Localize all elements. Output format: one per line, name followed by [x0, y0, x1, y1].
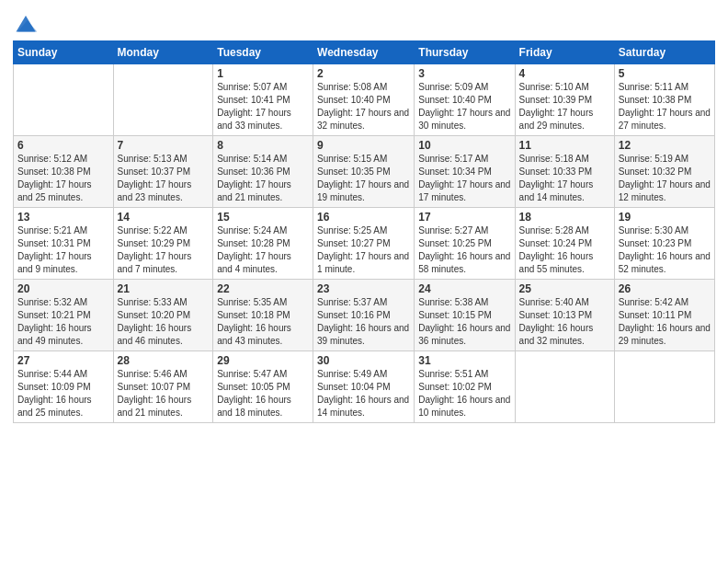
day-number: 13: [17, 211, 109, 224]
day-info: Sunrise: 5:22 AMSunset: 10:29 PMDaylight…: [118, 224, 210, 276]
calendar-cell: 3Sunrise: 5:09 AMSunset: 10:40 PMDayligh…: [415, 64, 515, 136]
calendar-cell: 2Sunrise: 5:08 AMSunset: 10:40 PMDayligh…: [313, 64, 415, 136]
day-info: Sunrise: 5:49 AMSunset: 10:04 PMDaylight…: [317, 368, 410, 419]
calendar-cell: 26Sunrise: 5:42 AMSunset: 10:11 PMDaylig…: [614, 280, 714, 351]
calendar-cell: [113, 64, 213, 136]
logo-icon: [13, 9, 39, 35]
calendar-cell: 30Sunrise: 5:49 AMSunset: 10:04 PMDaylig…: [313, 351, 415, 423]
day-info: Sunrise: 5:44 AMSunset: 10:09 PMDaylight…: [17, 368, 109, 419]
day-info: Sunrise: 5:12 AMSunset: 10:38 PMDaylight…: [17, 153, 109, 204]
day-number: 12: [619, 139, 711, 152]
calendar-cell: 16Sunrise: 5:25 AMSunset: 10:27 PMDaylig…: [313, 208, 415, 280]
day-number: 18: [519, 211, 610, 224]
calendar-cell: [14, 64, 114, 136]
weekday-header-wednesday: Wednesday: [313, 41, 415, 64]
day-info: Sunrise: 5:25 AMSunset: 10:27 PMDaylight…: [317, 224, 410, 276]
day-number: 28: [118, 354, 210, 367]
calendar-cell: 29Sunrise: 5:47 AMSunset: 10:05 PMDaylig…: [213, 351, 313, 423]
day-number: 25: [519, 282, 610, 295]
day-info: Sunrise: 5:21 AMSunset: 10:31 PMDaylight…: [17, 224, 109, 276]
day-number: 20: [17, 282, 109, 295]
calendar-cell: 17Sunrise: 5:27 AMSunset: 10:25 PMDaylig…: [415, 208, 515, 280]
calendar-cell: 20Sunrise: 5:32 AMSunset: 10:21 PMDaylig…: [14, 280, 114, 351]
calendar-cell: 7Sunrise: 5:13 AMSunset: 10:37 PMDayligh…: [113, 136, 213, 208]
day-number: 17: [418, 211, 510, 224]
calendar-cell: 25Sunrise: 5:40 AMSunset: 10:13 PMDaylig…: [515, 280, 614, 351]
day-number: 4: [519, 67, 610, 80]
calendar-cell: 31Sunrise: 5:51 AMSunset: 10:02 PMDaylig…: [415, 351, 515, 423]
day-info: Sunrise: 5:28 AMSunset: 10:24 PMDaylight…: [519, 224, 610, 276]
calendar-week-row: 13Sunrise: 5:21 AMSunset: 10:31 PMDaylig…: [14, 208, 715, 280]
day-info: Sunrise: 5:24 AMSunset: 10:28 PMDaylight…: [217, 224, 309, 276]
calendar-week-row: 20Sunrise: 5:32 AMSunset: 10:21 PMDaylig…: [14, 280, 715, 351]
calendar-cell: 1Sunrise: 5:07 AMSunset: 10:41 PMDayligh…: [213, 64, 313, 136]
calendar-cell: 13Sunrise: 5:21 AMSunset: 10:31 PMDaylig…: [14, 208, 114, 280]
day-info: Sunrise: 5:08 AMSunset: 10:40 PMDaylight…: [317, 81, 410, 132]
day-info: Sunrise: 5:33 AMSunset: 10:20 PMDaylight…: [118, 296, 210, 348]
weekday-header-sunday: Sunday: [14, 41, 114, 64]
calendar-cell: 10Sunrise: 5:17 AMSunset: 10:34 PMDaylig…: [415, 136, 515, 208]
weekday-header-friday: Friday: [515, 41, 614, 64]
day-number: 3: [418, 67, 510, 80]
page-header: [13, 9, 715, 35]
day-info: Sunrise: 5:30 AMSunset: 10:23 PMDaylight…: [619, 224, 711, 276]
day-info: Sunrise: 5:09 AMSunset: 10:40 PMDaylight…: [418, 81, 510, 132]
calendar-cell: 14Sunrise: 5:22 AMSunset: 10:29 PMDaylig…: [113, 208, 213, 280]
day-number: 27: [17, 354, 109, 367]
day-number: 21: [118, 282, 210, 295]
day-number: 31: [418, 354, 510, 367]
calendar-cell: 9Sunrise: 5:15 AMSunset: 10:35 PMDayligh…: [313, 136, 415, 208]
calendar-header-row: SundayMondayTuesdayWednesdayThursdayFrid…: [14, 41, 715, 64]
day-number: 19: [619, 211, 711, 224]
calendar-cell: 22Sunrise: 5:35 AMSunset: 10:18 PMDaylig…: [213, 280, 313, 351]
calendar-week-row: 1Sunrise: 5:07 AMSunset: 10:41 PMDayligh…: [14, 64, 715, 136]
day-number: 7: [118, 139, 210, 152]
calendar-cell: 12Sunrise: 5:19 AMSunset: 10:32 PMDaylig…: [614, 136, 714, 208]
day-number: 1: [217, 67, 309, 80]
day-number: 2: [317, 67, 410, 80]
calendar-week-row: 6Sunrise: 5:12 AMSunset: 10:38 PMDayligh…: [14, 136, 715, 208]
day-info: Sunrise: 5:10 AMSunset: 10:39 PMDaylight…: [519, 81, 610, 132]
day-number: 30: [317, 354, 410, 367]
day-info: Sunrise: 5:32 AMSunset: 10:21 PMDaylight…: [17, 296, 109, 348]
day-info: Sunrise: 5:19 AMSunset: 10:32 PMDaylight…: [619, 153, 711, 204]
calendar-cell: 4Sunrise: 5:10 AMSunset: 10:39 PMDayligh…: [515, 64, 614, 136]
day-info: Sunrise: 5:35 AMSunset: 10:18 PMDaylight…: [217, 296, 309, 348]
calendar-cell: 24Sunrise: 5:38 AMSunset: 10:15 PMDaylig…: [415, 280, 515, 351]
calendar-cell: 28Sunrise: 5:46 AMSunset: 10:07 PMDaylig…: [113, 351, 213, 423]
weekday-header-monday: Monday: [113, 41, 213, 64]
day-info: Sunrise: 5:18 AMSunset: 10:33 PMDaylight…: [519, 153, 610, 204]
day-number: 10: [418, 139, 510, 152]
calendar-cell: 18Sunrise: 5:28 AMSunset: 10:24 PMDaylig…: [515, 208, 614, 280]
day-info: Sunrise: 5:07 AMSunset: 10:41 PMDaylight…: [217, 81, 309, 132]
calendar-cell: 8Sunrise: 5:14 AMSunset: 10:36 PMDayligh…: [213, 136, 313, 208]
calendar-cell: 5Sunrise: 5:11 AMSunset: 10:38 PMDayligh…: [614, 64, 714, 136]
day-info: Sunrise: 5:15 AMSunset: 10:35 PMDaylight…: [317, 153, 410, 204]
calendar-week-row: 27Sunrise: 5:44 AMSunset: 10:09 PMDaylig…: [14, 351, 715, 423]
day-number: 6: [17, 139, 109, 152]
weekday-header-saturday: Saturday: [614, 41, 714, 64]
day-number: 11: [519, 139, 610, 152]
day-number: 15: [217, 211, 309, 224]
day-number: 29: [217, 354, 309, 367]
day-info: Sunrise: 5:51 AMSunset: 10:02 PMDaylight…: [418, 368, 510, 419]
day-info: Sunrise: 5:37 AMSunset: 10:16 PMDaylight…: [317, 296, 410, 348]
day-number: 16: [317, 211, 410, 224]
logo: [13, 9, 42, 35]
calendar-cell: [614, 351, 714, 423]
calendar-cell: [515, 351, 614, 423]
day-number: 22: [217, 282, 309, 295]
calendar-cell: 6Sunrise: 5:12 AMSunset: 10:38 PMDayligh…: [14, 136, 114, 208]
calendar-cell: 21Sunrise: 5:33 AMSunset: 10:20 PMDaylig…: [113, 280, 213, 351]
calendar-cell: 19Sunrise: 5:30 AMSunset: 10:23 PMDaylig…: [614, 208, 714, 280]
calendar-cell: 15Sunrise: 5:24 AMSunset: 10:28 PMDaylig…: [213, 208, 313, 280]
day-info: Sunrise: 5:38 AMSunset: 10:15 PMDaylight…: [418, 296, 510, 348]
calendar-cell: 27Sunrise: 5:44 AMSunset: 10:09 PMDaylig…: [14, 351, 114, 423]
calendar-cell: 23Sunrise: 5:37 AMSunset: 10:16 PMDaylig…: [313, 280, 415, 351]
day-info: Sunrise: 5:47 AMSunset: 10:05 PMDaylight…: [217, 368, 309, 419]
day-number: 8: [217, 139, 309, 152]
weekday-header-thursday: Thursday: [415, 41, 515, 64]
day-info: Sunrise: 5:14 AMSunset: 10:36 PMDaylight…: [217, 153, 309, 204]
day-number: 9: [317, 139, 410, 152]
day-info: Sunrise: 5:42 AMSunset: 10:11 PMDaylight…: [619, 296, 711, 348]
